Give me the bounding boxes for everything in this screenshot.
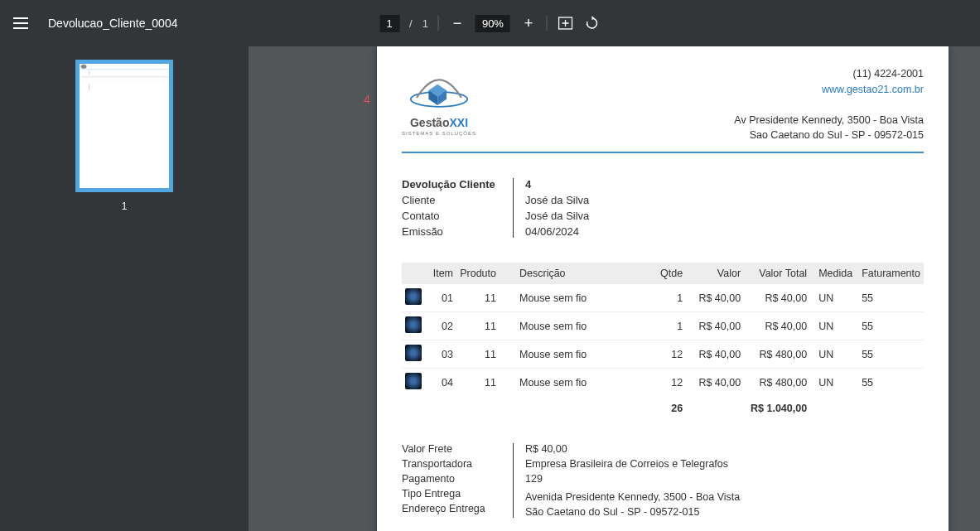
page-number-input[interactable] [379,15,399,32]
cell-valor: R$ 40,00 [686,340,744,369]
label-cliente: Cliente [402,194,501,206]
company-address-line2: Sao Caetano do Sul - SP - 09572-015 [734,128,924,143]
th-produto: Produto [456,263,500,284]
cell-qtde: 12 [649,369,686,397]
total-qtde: 26 [649,396,686,418]
table-row: 0111Mouse sem fio1R$ 40,00R$ 40,00UN55 [402,284,924,312]
cell-desc: Mouse sem fio [500,312,649,340]
zoom-level[interactable]: 90% [476,15,510,32]
value-contato: José da Silva [525,210,589,222]
cell-total: R$ 40,00 [744,312,810,340]
divider [547,16,548,31]
cell-produto: 11 [456,284,500,312]
items-table: Item Produto Descrição Qtde Valor Valor … [402,263,924,418]
company-website: www.gestao21.com.br [734,82,924,98]
th-qtde: Qtde [649,263,686,284]
cell-total: R$ 40,00 [744,284,810,312]
value-pagamento: 129 [525,473,740,485]
rotate-icon[interactable] [584,15,601,31]
label-endereco: Endereço Entrega [402,503,501,514]
cell-item: 04 [425,369,456,397]
cell-produto: 11 [456,312,500,340]
logo-subtitle: SISTEMAS E SOLUÇÕES [402,131,476,136]
product-thumb-icon [405,345,422,361]
document-info: Devolução Cliente Cliente Contato Emissã… [402,178,924,238]
document-title: Devolucao_Cliente_0004 [48,17,177,30]
company-address-line1: Av Presidente Kennedy, 3500 - Boa Vista [734,113,924,128]
zoom-out-button[interactable]: − [449,15,466,31]
label-tipo-entrega: Tipo Entrega [402,488,501,500]
value-endereco-l1: Avenida Presidente Kennedy, 3500 - Boa V… [525,491,740,503]
label-frete: Valor Frete [402,443,501,455]
th-fat: Faturamento [858,263,924,284]
shipping-info: Valor Frete Transportadora Pagamento Tip… [402,443,924,518]
cell-produto: 11 [456,340,500,369]
cell-valor: R$ 40,00 [686,369,744,397]
th-medida: Medida [810,263,858,284]
cell-item: 02 [425,312,456,340]
cell-fat: 55 [858,369,924,397]
value-num: 4 [525,178,589,191]
cell-medida: UN [810,312,858,340]
table-row: 0211Mouse sem fio1R$ 40,00R$ 40,00UN55 [402,312,924,340]
th-descricao: Descrição [500,263,649,284]
page-marker: 4 [364,93,370,106]
company-logo: GestãoXXI SISTEMAS E SOLUÇÕES [402,66,476,136]
pdf-toolbar: Devolucao_Cliente_0004 / 1 − 90% + [0,0,980,46]
cell-produto: 11 [456,369,500,397]
cell-medida: UN [810,369,858,397]
pdf-viewer[interactable]: 4 GestãoXXI [249,46,980,531]
value-endereco-l2: São Caetano do Sul - SP - 09572-015 [525,506,740,518]
value-transportadora: Empresa Brasileira de Correios e Telegra… [525,458,740,470]
th-valor: Valor [686,263,744,284]
product-thumb-icon [405,373,422,389]
cell-item: 01 [425,284,456,312]
page-thumbnail[interactable]: ------ ------------------ --------------… [75,60,173,192]
document-page: GestãoXXI SISTEMAS E SOLUÇÕES (11) 4224-… [377,46,949,531]
product-thumb-icon [405,316,422,333]
product-thumb-icon [405,288,422,305]
label-transportadora: Transportadora [402,458,501,470]
company-info: (11) 4224-2001 www.gestao21.com.br Av Pr… [734,66,924,143]
cell-medida: UN [810,284,858,312]
cell-valor: R$ 40,00 [686,284,744,312]
company-phone: (11) 4224-2001 [734,66,924,82]
divider [438,16,439,31]
cell-desc: Mouse sem fio [500,340,649,369]
page-separator: / [409,17,413,30]
value-cliente: José da Silva [525,194,589,206]
cell-qtde: 12 [649,340,686,369]
cell-medida: UN [810,340,858,369]
th-valortotal: Valor Total [744,263,810,284]
thumbnail-number: 1 [122,200,128,212]
value-emissao: 04/06/2024 [525,225,589,238]
cell-total: R$ 480,00 [744,369,810,397]
total-valor: R$ 1.040,00 [744,396,810,418]
page-total: 1 [422,17,428,30]
fit-page-icon[interactable] [558,15,574,31]
cell-qtde: 1 [649,312,686,340]
cell-fat: 55 [858,312,924,340]
label-pagamento: Pagamento [402,473,501,485]
cell-qtde: 1 [649,284,686,312]
label-emissao: Emissão [402,225,501,238]
label-contato: Contato [402,210,501,222]
menu-icon[interactable] [13,17,28,29]
label-tipo: Devolução Cliente [402,178,501,191]
cell-total: R$ 480,00 [744,340,810,369]
logo-text: GestãoXXI [410,116,468,129]
table-row: 0411Mouse sem fio12R$ 40,00R$ 480,00UN55 [402,369,924,397]
cell-valor: R$ 40,00 [686,312,744,340]
cell-fat: 55 [858,284,924,312]
totals-row: 26 R$ 1.040,00 [402,396,924,418]
document-header: GestãoXXI SISTEMAS E SOLUÇÕES (11) 4224-… [402,66,924,153]
cell-desc: Mouse sem fio [500,284,649,312]
cell-desc: Mouse sem fio [500,369,649,397]
table-row: 0311Mouse sem fio12R$ 40,00R$ 480,00UN55 [402,340,924,369]
table-header-row: Item Produto Descrição Qtde Valor Valor … [402,263,924,284]
thumbnail-sidebar: ------ ------------------ --------------… [0,46,249,531]
value-frete: R$ 40,00 [525,443,740,455]
th-item: Item [425,263,456,284]
zoom-in-button[interactable]: + [520,15,537,31]
cell-item: 03 [425,340,456,369]
